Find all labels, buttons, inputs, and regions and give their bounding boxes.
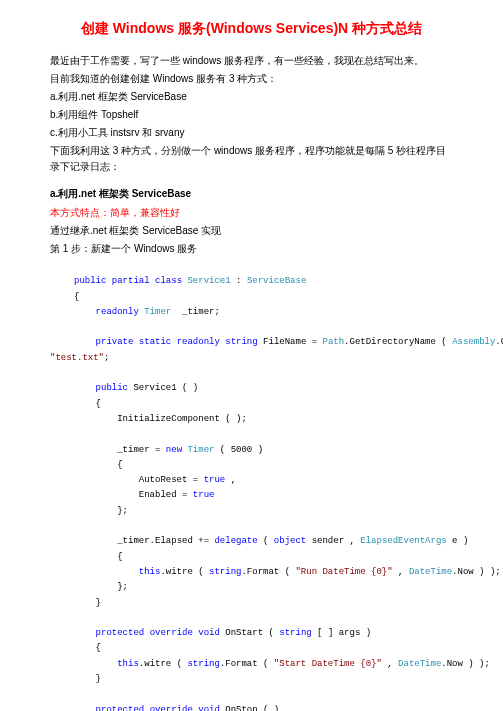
str: "Start DateTime {0}" <box>274 659 382 669</box>
kw: override <box>150 628 193 638</box>
page-title: 创建 Windows 服务(Windows Services)N 种方式总结 <box>50 20 453 38</box>
kw: readonly <box>177 337 220 347</box>
txt: _timer; <box>182 307 220 317</box>
kw: this <box>117 659 139 669</box>
kw: class <box>155 276 182 286</box>
txt: .Now ) ); <box>441 659 490 669</box>
brace: { <box>96 643 101 653</box>
section-a-via: 通过继承.net 框架类 ServiceBase 实现 <box>50 223 453 239</box>
code-block-1: public partial class Service1 : ServiceB… <box>50 259 453 351</box>
type: Path <box>323 337 345 347</box>
txt: .GetDirectoryName ( <box>344 337 452 347</box>
method-b: b.利用组件 Topshelf <box>50 107 453 123</box>
txt: InitializeComponent ( ); <box>117 414 247 424</box>
type: ServiceBase <box>247 276 306 286</box>
txt: _timer = <box>117 445 166 455</box>
txt: .witre ( <box>139 659 188 669</box>
kw: new <box>166 445 182 455</box>
str: "test.txt" <box>50 353 104 363</box>
type: Service1 <box>187 276 230 286</box>
brace: }; <box>117 582 128 592</box>
txt: ; <box>104 353 109 363</box>
kw: this <box>139 567 161 577</box>
kw: string <box>225 337 257 347</box>
kw: string <box>209 567 241 577</box>
type: Timer <box>144 307 171 317</box>
kw: private <box>96 337 134 347</box>
txt: .Format ( <box>220 659 274 669</box>
brace: } <box>96 674 101 684</box>
kw: string <box>187 659 219 669</box>
txt: _timer.Elapsed += <box>117 536 214 546</box>
str: "Run DateTime {0}" <box>295 567 392 577</box>
section-a-desc: 本方式特点：简单，兼容性好 <box>50 205 453 221</box>
section-a-heading: a.利用.net 框架类 ServiceBase <box>50 187 453 201</box>
kw: public <box>74 276 106 286</box>
kw: true <box>204 475 226 485</box>
txt: FileName = <box>263 337 322 347</box>
txt: .GetExecutingAssembly ( ).Location ) + <box>495 337 503 347</box>
type: DateTime <box>409 567 452 577</box>
brace: }; <box>117 506 128 516</box>
txt: , <box>225 475 236 485</box>
txt: AutoReset = <box>139 475 204 485</box>
code-cont: "test.txt"; <box>50 351 453 366</box>
type: ElapsedEventArgs <box>360 536 446 546</box>
txt: [ ] args ) <box>312 628 371 638</box>
brace: { <box>96 399 101 409</box>
intro-2: 目前我知道的创建创建 Windows 服务有 3 种方式： <box>50 71 453 87</box>
intro-3: 下面我利用这 3 种方式，分别做一个 windows 服务程序，程序功能就是每隔… <box>50 143 453 175</box>
brace: { <box>117 460 122 470</box>
txt: Service1 ( ) <box>128 383 198 393</box>
txt: OnStop ( ) <box>220 705 279 711</box>
txt: sender , <box>306 536 360 546</box>
kw: readonly <box>96 307 139 317</box>
method-a: a.利用.net 框架类 ServiceBase <box>50 89 453 105</box>
kw: static <box>139 337 171 347</box>
kw: void <box>198 628 220 638</box>
brace: { <box>74 292 79 302</box>
kw: protected <box>96 705 145 711</box>
txt: OnStart ( <box>220 628 279 638</box>
brace: { <box>117 552 122 562</box>
step-1: 第 1 步：新建一个 Windows 服务 <box>50 241 453 257</box>
kw: delegate <box>214 536 257 546</box>
kw: protected <box>96 628 145 638</box>
method-c: c.利用小工具 instsrv 和 srvany <box>50 125 453 141</box>
txt: .Format ( <box>241 567 295 577</box>
kw: public <box>96 383 128 393</box>
type: Assembly <box>452 337 495 347</box>
code-block-1b: public Service1 ( ) { InitializeComponen… <box>50 366 453 711</box>
kw: partial <box>112 276 150 286</box>
txt: ( 5000 ) <box>214 445 263 455</box>
kw: true <box>193 490 215 500</box>
brace: } <box>96 598 101 608</box>
txt: .Now ) ); <box>452 567 501 577</box>
intro-1: 最近由于工作需要，写了一些 windows 服务程序，有一些经验，我现在总结写出… <box>50 53 453 69</box>
kw: string <box>279 628 311 638</box>
txt: ( <box>258 536 274 546</box>
txt: e ) <box>447 536 469 546</box>
kw: object <box>274 536 306 546</box>
kw: override <box>150 705 193 711</box>
type: Timer <box>187 445 214 455</box>
txt: Enabled = <box>139 490 193 500</box>
txt: .witre ( <box>160 567 209 577</box>
txt: , <box>393 567 409 577</box>
kw: void <box>198 705 220 711</box>
type: DateTime <box>398 659 441 669</box>
txt: , <box>382 659 398 669</box>
